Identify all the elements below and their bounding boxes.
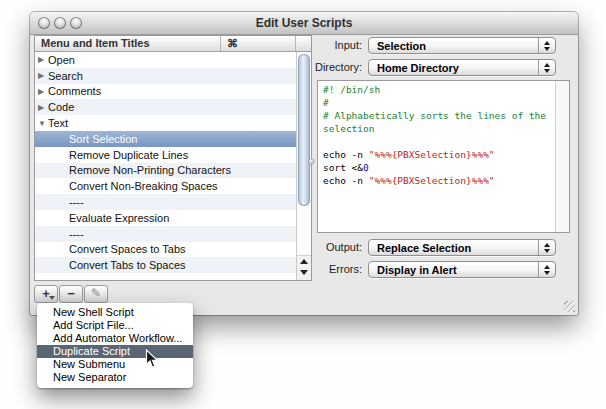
edit-user-scripts-window: Edit User Scripts Menu and Item Titles ⌘… [30, 12, 578, 315]
add-menu-caret-icon [49, 296, 55, 300]
popup-updown-icon [538, 60, 555, 75]
list-item-label: Code [48, 101, 74, 113]
edit-script-button[interactable]: ✎ [84, 285, 108, 303]
script-code[interactable]: #! /bin/sh## Alphabetically sorts the li… [318, 83, 556, 232]
list-item-text[interactable]: ▼Text [35, 115, 296, 131]
input-popup-value: Selection [377, 39, 426, 53]
output-popup[interactable]: Replace Selection [368, 239, 556, 256]
list-item-label: Remove Non-Printing Characters [69, 164, 231, 176]
list-item-label: Sort Selection [69, 133, 137, 145]
code-line: # [323, 96, 556, 109]
editor-scrollbar[interactable] [555, 81, 569, 232]
menu-item-duplicate-script[interactable]: Duplicate Script [37, 345, 193, 358]
list-item-label: ---- [69, 196, 84, 208]
remove-button-label: − [67, 286, 75, 301]
scrollbar-thumb[interactable] [298, 54, 310, 206]
popup-updown-icon [538, 262, 555, 277]
list-item-evaluate-expression[interactable]: Evaluate Expression [35, 210, 296, 226]
list-item-remove-duplicate-lines[interactable]: Remove Duplicate Lines [35, 147, 296, 163]
menu-item-new-shell-script[interactable]: New Shell Script [37, 306, 193, 319]
list-item-label: Remove Duplicate Lines [69, 149, 188, 161]
directory-popup-value: Home Directory [377, 61, 459, 75]
disclosure-expanded-icon[interactable]: ▼ [38, 116, 48, 131]
code-line: #! /bin/sh [323, 83, 556, 96]
screen: Edit User Scripts Menu and Item Titles ⌘… [0, 0, 606, 409]
script-editor[interactable]: #! /bin/sh## Alphabetically sorts the li… [317, 80, 570, 233]
menu-item-new-submenu[interactable]: New Submenu [37, 358, 193, 371]
list-item-separator[interactable]: ---- [35, 194, 296, 210]
list-item-comments[interactable]: ▶Comments [35, 84, 296, 100]
code-line: # Alphabetically sorts the lines of the [323, 109, 556, 122]
code-line: selection [323, 122, 556, 135]
directory-popup[interactable]: Home Directory [368, 59, 556, 76]
popup-updown-icon [538, 240, 555, 255]
list-item-label: Evaluate Expression [69, 212, 169, 224]
splitter-dimple-icon[interactable] [309, 159, 314, 164]
code-line: echo -n "%%%{PBXSelection}%%%" [323, 148, 556, 161]
errors-popup-value: Display in Alert [377, 263, 457, 277]
list-item-label: Comments [48, 85, 101, 97]
output-label: Output: [326, 241, 362, 253]
popup-updown-icon [538, 38, 555, 53]
list-item-label: Convert Non-Breaking Spaces [69, 180, 218, 192]
input-label: Input: [334, 39, 362, 51]
errors-row: Errors: Display in Alert [30, 261, 578, 278]
list-item-remove-non-printing-characters[interactable]: Remove Non-Printing Characters [35, 163, 296, 179]
output-row: Output: Replace Selection [30, 239, 578, 256]
menu-item-add-automator-workflow[interactable]: Add Automator Workflow... [37, 332, 193, 345]
disclosure-collapsed-icon[interactable]: ▶ [38, 84, 48, 99]
resize-grip-icon[interactable] [564, 301, 575, 312]
output-popup-value: Replace Selection [377, 241, 471, 255]
window-title: Edit User Scripts [30, 12, 578, 34]
directory-row: Directory: Home Directory [30, 59, 578, 76]
list-item-convert-non-breaking-spaces[interactable]: Convert Non-Breaking Spaces [35, 178, 296, 194]
remove-script-button[interactable]: − [59, 285, 83, 303]
list-item-label: ---- [69, 228, 84, 240]
menu-item-new-separator[interactable]: New Separator [37, 371, 193, 384]
errors-popup[interactable]: Display in Alert [368, 261, 556, 278]
add-script-menu: New Shell ScriptAdd Script File...Add Au… [37, 303, 193, 388]
code-line [323, 135, 556, 148]
input-popup[interactable]: Selection [368, 37, 556, 54]
list-item-code[interactable]: ▶Code [35, 99, 296, 115]
code-line: echo -n "%%%{PBXSelection}%%%" [323, 174, 556, 187]
disclosure-collapsed-icon[interactable]: ▶ [38, 100, 48, 115]
directory-label: Directory: [315, 61, 362, 73]
title-bar[interactable]: Edit User Scripts [30, 12, 578, 35]
list-item-sort-selection[interactable]: Sort Selection [35, 131, 296, 147]
pencil-icon: ✎ [91, 286, 101, 300]
list-item-label: Text [48, 117, 68, 129]
code-line: sort <&0 [323, 161, 556, 174]
input-row: Input: Selection [30, 37, 578, 54]
menu-item-add-script-file[interactable]: Add Script File... [37, 319, 193, 332]
errors-label: Errors: [329, 263, 362, 275]
add-script-button[interactable]: + [34, 285, 58, 303]
